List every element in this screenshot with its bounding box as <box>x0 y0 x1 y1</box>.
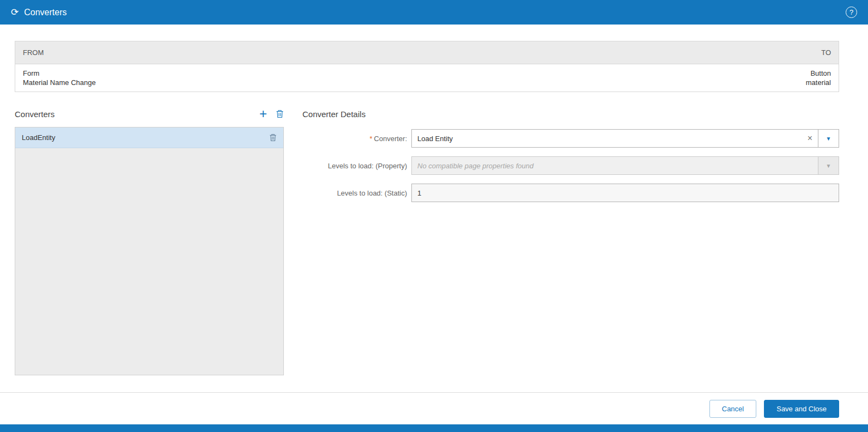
converters-list[interactable]: LoadEntity <box>15 127 284 375</box>
footer-bar: Cancel Save and Close <box>0 392 868 424</box>
field-label-converter: *Converter: <box>302 135 411 143</box>
top-bar: ⟳ Converters ? <box>0 0 868 25</box>
table-row[interactable]: Form Material Name Change Button materia… <box>15 64 839 92</box>
cancel-button[interactable]: Cancel <box>709 400 756 418</box>
to-cell: Button material <box>806 69 831 87</box>
converter-control: × ▼ <box>411 129 839 148</box>
list-item-label: LoadEntity <box>22 133 55 142</box>
add-converter-button[interactable]: + <box>259 108 267 119</box>
page-title: Converters <box>24 8 66 17</box>
trash-icon <box>276 109 284 118</box>
converters-panel-header: Converters + <box>15 106 284 121</box>
bottom-accent-bar <box>0 424 868 432</box>
from-type: Form <box>23 69 96 78</box>
converter-icon: ⟳ <box>11 8 19 17</box>
table-header-row: FROM TO <box>15 41 839 64</box>
from-cell: Form Material Name Change <box>23 69 96 87</box>
levels-property-control: ▼ <box>411 156 839 175</box>
converter-combobox[interactable]: × ▼ <box>411 129 839 148</box>
to-name: material <box>806 78 831 87</box>
column-header-from: FROM <box>23 48 44 57</box>
from-to-table: FROM TO Form Material Name Change Button… <box>15 41 839 92</box>
converter-details-title: Converter Details <box>302 106 839 121</box>
content-area: FROM TO Form Material Name Change Button… <box>0 25 868 392</box>
required-asterisk: * <box>369 135 372 143</box>
converter-input[interactable] <box>412 130 802 147</box>
dropdown-caret-icon: ▼ <box>818 157 839 174</box>
to-type: Button <box>806 69 831 78</box>
column-header-to: TO <box>821 48 831 57</box>
trash-icon[interactable] <box>269 133 277 142</box>
help-icon[interactable]: ? <box>846 7 857 18</box>
field-label-levels-property: Levels to load: (Property) <box>302 162 411 170</box>
plus-icon: + <box>259 108 267 119</box>
levels-property-input <box>412 157 818 174</box>
levels-property-combobox: ▼ <box>411 156 839 175</box>
main-panels: Converters + LoadEntity <box>15 106 839 375</box>
field-row-levels-static: Levels to load: (Static) <box>302 184 839 202</box>
converters-panel-title: Converters <box>15 109 251 119</box>
clear-icon[interactable]: × <box>802 130 818 147</box>
field-row-levels-property: Levels to load: (Property) ▼ <box>302 156 839 175</box>
levels-static-input[interactable] <box>411 184 839 202</box>
field-label-levels-static: Levels to load: (Static) <box>302 189 411 197</box>
list-item[interactable]: LoadEntity <box>15 127 283 148</box>
converters-panel: Converters + LoadEntity <box>15 106 284 375</box>
levels-static-control <box>411 184 839 202</box>
delete-converter-button[interactable] <box>276 109 284 118</box>
field-row-converter: *Converter: × ▼ <box>302 129 839 148</box>
converter-details-panel: Converter Details *Converter: × ▼ Levels… <box>284 106 839 375</box>
save-and-close-button[interactable]: Save and Close <box>764 400 839 418</box>
from-name: Material Name Change <box>23 78 96 87</box>
dropdown-caret-icon[interactable]: ▼ <box>818 130 839 147</box>
